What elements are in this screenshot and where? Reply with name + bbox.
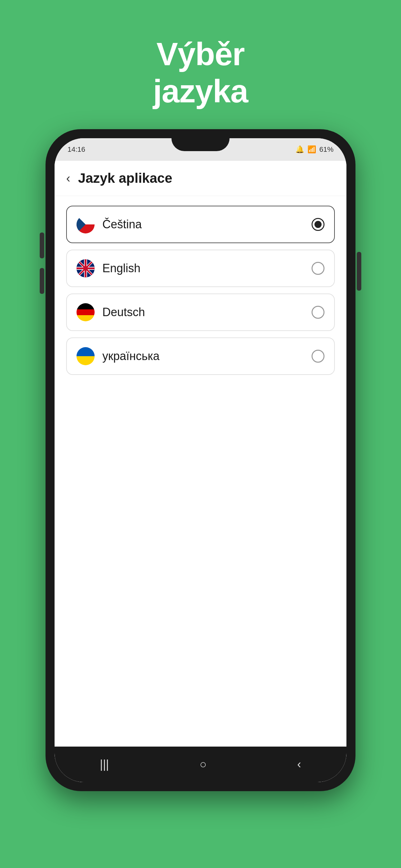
phone-screen: 14:16 🔔 📶 61% ‹ Jazyk aplikace	[55, 138, 346, 782]
bottom-nav: ||| ○ ‹	[55, 747, 346, 782]
lang-left-cs: Čeština	[76, 215, 142, 234]
lang-name-cs: Čeština	[102, 218, 142, 231]
lang-left-en: English	[76, 259, 141, 277]
lang-left-uk: українська	[76, 347, 159, 365]
flag-de	[76, 303, 95, 321]
lang-name-uk: українська	[102, 349, 159, 363]
page-title: Výběr jazyka	[153, 35, 248, 110]
lang-left-de: Deutsch	[76, 303, 145, 321]
radio-en	[312, 262, 325, 275]
recent-apps-button[interactable]: |||	[100, 757, 109, 771]
volume-down-button	[40, 268, 44, 294]
alarm-icon: 🔔	[296, 145, 304, 154]
language-item-en[interactable]: English	[66, 250, 335, 287]
content-area: ‹ Jazyk aplikace Čeština	[55, 161, 346, 782]
language-item-uk[interactable]: українська	[66, 337, 335, 375]
language-list: Čeština	[55, 196, 346, 384]
status-icons: 🔔 📶 61%	[296, 145, 334, 154]
language-item-de[interactable]: Deutsch	[66, 293, 335, 331]
flag-gb	[76, 259, 95, 277]
page-title-line2: jazyka	[153, 73, 248, 110]
app-bar-title: Jazyk aplikace	[78, 170, 173, 186]
lang-name-en: English	[102, 261, 141, 275]
language-item-cs[interactable]: Čeština	[66, 206, 335, 243]
home-button[interactable]: ○	[199, 757, 207, 771]
back-button[interactable]: ‹	[66, 172, 70, 185]
system-back-button[interactable]: ‹	[297, 757, 301, 771]
radio-de	[312, 306, 325, 319]
flag-ua	[76, 347, 95, 365]
lang-name-de: Deutsch	[102, 306, 145, 319]
power-button	[357, 252, 361, 290]
phone-shell: 14:16 🔔 📶 61% ‹ Jazyk aplikace	[45, 129, 356, 791]
app-bar: ‹ Jazyk aplikace	[55, 161, 346, 196]
wifi-icon: 📶	[307, 145, 316, 154]
page-title-line1: Výběr	[153, 35, 248, 73]
battery-icon: 61%	[319, 145, 334, 154]
notch-cutout	[172, 138, 229, 151]
radio-cs	[312, 218, 325, 231]
volume-up-button	[40, 232, 44, 258]
status-time: 14:16	[67, 145, 85, 154]
radio-uk	[312, 350, 325, 363]
phone-mockup: 14:16 🔔 📶 61% ‹ Jazyk aplikace	[45, 129, 356, 791]
flag-cz	[76, 215, 95, 234]
status-bar: 14:16 🔔 📶 61%	[55, 138, 346, 161]
